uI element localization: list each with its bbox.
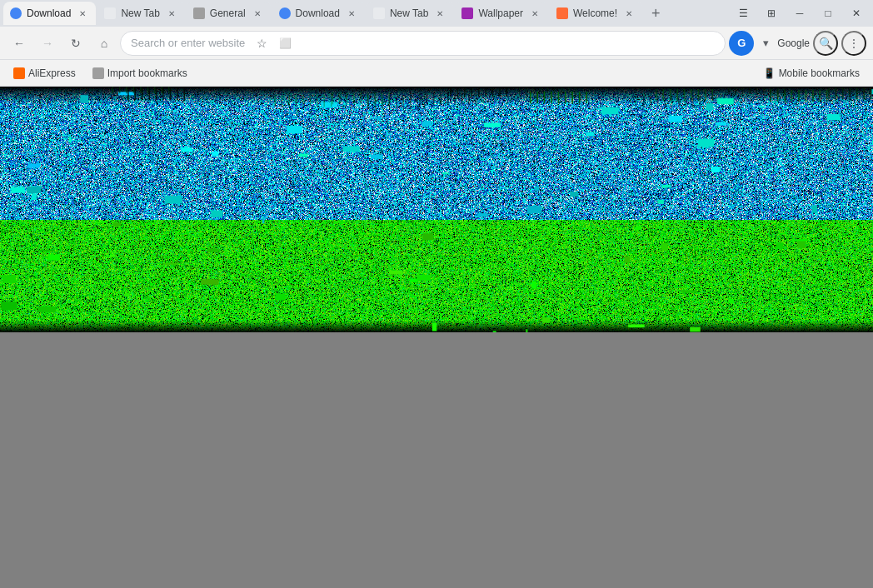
search-button[interactable]: 🔍 [813,31,838,56]
minimize-button[interactable]: ─ [786,4,813,22]
tab-favicon-download1 [10,7,22,19]
bookmarks-bar: AliExpress Import bookmarks 📱 Mobile boo… [0,60,873,87]
tab-favicon-welcome [556,7,568,19]
profile-initial: G [737,37,746,49]
tab-label-newtab2: New Tab [390,7,428,19]
split-screen-icon[interactable]: ⬜ [275,33,295,53]
address-placeholder: Search or enter website [131,37,245,49]
tab-favicon-download2 [279,7,291,19]
tab-favicon-wallpaper [461,7,473,19]
nav-bar: ← → ↻ ⌂ Search or enter website ☆ ⬜ G ▾ … [0,27,873,60]
address-bar-icons: ☆ ⬜ [252,33,295,53]
tab-wallpaper[interactable]: Wallpaper ✕ [455,2,548,25]
profile-manage-button[interactable]: ⊞ [758,4,785,22]
tab-download1[interactable]: Download ✕ [3,2,96,25]
title-bar: Download ✕ New Tab ✕ General ✕ Download … [0,0,873,27]
aliexpress-label: AliExpress [28,67,76,79]
tab-general[interactable]: General ✕ [187,2,271,25]
tab-label-general: General [210,7,246,19]
glitch-canvas [0,87,873,332]
back-button[interactable]: ← [7,31,32,56]
import-label: Import bookmarks [107,67,187,79]
tab-close-newtab2[interactable]: ✕ [433,7,446,20]
content-area [0,87,873,588]
tab-close-newtab1[interactable]: ✕ [165,7,178,20]
home-button[interactable]: ⌂ [92,31,117,56]
tab-newtab1[interactable]: New Tab ✕ [97,2,184,25]
tab-close-general[interactable]: ✕ [251,7,264,20]
refresh-button[interactable]: ↻ [63,31,88,56]
profile-dropdown-icon[interactable]: ▾ [757,33,774,53]
tab-close-welcome[interactable]: ✕ [622,7,636,20]
tab-download2[interactable]: Download ✕ [272,2,365,25]
more-options-button[interactable]: ⋮ [841,31,866,56]
new-tab-button[interactable]: + [644,2,667,25]
maximize-button[interactable]: □ [815,4,841,22]
address-bar[interactable]: Search or enter website ☆ ⬜ [120,31,726,56]
profile-avatar[interactable]: G [729,31,754,56]
google-signin-label[interactable]: Google [777,37,810,49]
tab-close-wallpaper[interactable]: ✕ [528,7,541,20]
bookmark-aliexpress[interactable]: AliExpress [7,64,82,82]
mobile-bookmarks-button[interactable]: 📱 Mobile bookmarks [756,64,866,82]
tab-label-download2: Download [296,7,340,19]
bookmark-star-icon[interactable]: ☆ [252,33,272,53]
tab-label-newtab1: New Tab [121,7,159,19]
tab-menu-button[interactable]: ☰ [730,4,756,22]
close-button[interactable]: ✕ [843,4,870,22]
tab-favicon-newtab1 [104,7,116,19]
forward-button[interactable]: → [35,31,60,56]
tab-label-welcome: Welcome! [573,7,617,19]
tab-welcome[interactable]: Welcome! ✕ [550,2,642,25]
tab-favicon-newtab2 [373,7,385,19]
tab-close-download2[interactable]: ✕ [345,7,358,20]
tab-favicon-general [193,7,205,19]
mobile-bookmarks-icon: 📱 [763,67,776,79]
tab-label-wallpaper: Wallpaper [478,7,523,19]
tab-newtab2[interactable]: New Tab ✕ [367,2,453,25]
bookmark-import[interactable]: Import bookmarks [86,64,194,82]
import-favicon [92,67,104,79]
aliexpress-favicon [13,67,25,79]
tab-close-download1[interactable]: ✕ [76,7,89,20]
mobile-bookmarks-label: Mobile bookmarks [779,67,860,79]
tab-label-download1: Download [27,7,71,19]
window-controls: ☰ ⊞ ─ □ ✕ [730,4,870,22]
